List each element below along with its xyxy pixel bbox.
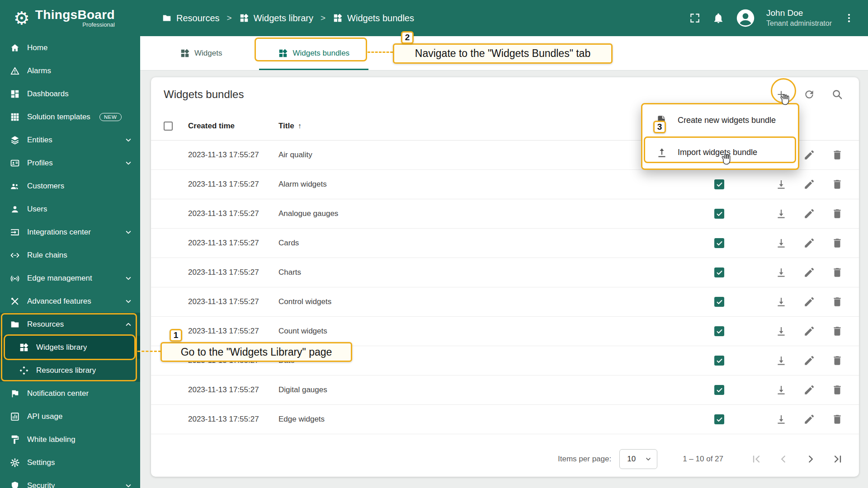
export-bundle-button[interactable] bbox=[775, 178, 788, 191]
bundle-checkbox[interactable] bbox=[714, 385, 724, 395]
items-per-page-label: Items per page: bbox=[558, 455, 611, 464]
edit-bundle-button[interactable] bbox=[803, 413, 816, 426]
table-row[interactable]: 2023-11-13 17:55:27 Cards bbox=[151, 229, 859, 258]
select-all-checkbox[interactable] bbox=[164, 122, 173, 131]
sidebar-item-security[interactable]: Security bbox=[0, 474, 140, 488]
sidebar-item-integrations-center[interactable]: Integrations center bbox=[0, 221, 140, 244]
sidebar-item-api-usage[interactable]: API usage bbox=[0, 405, 140, 428]
edit-bundle-button[interactable] bbox=[803, 237, 816, 249]
delete-bundle-button[interactable] bbox=[831, 325, 844, 338]
delete-bundle-button[interactable] bbox=[831, 266, 844, 279]
sidebar-item-dashboards[interactable]: Dashboards bbox=[0, 82, 140, 105]
page-title: Widgets bundles bbox=[164, 88, 244, 101]
notifications-bell-button[interactable] bbox=[712, 12, 725, 24]
sidebar-item-profiles[interactable]: Profiles bbox=[0, 151, 140, 174]
export-bundle-button[interactable] bbox=[775, 384, 788, 396]
breadcrumb-widgets-library[interactable]: Widgets library bbox=[239, 13, 313, 23]
grid-icon bbox=[10, 112, 20, 122]
edit-bundle-button[interactable] bbox=[803, 207, 816, 220]
first-page-button[interactable] bbox=[749, 451, 764, 467]
chevron-down-icon bbox=[124, 159, 133, 168]
breadcrumb-resources[interactable]: Resources bbox=[162, 13, 220, 23]
sidebar-item-resources-library[interactable]: Resources library bbox=[0, 359, 140, 382]
sidebar-item-widgets-library[interactable]: Widgets library bbox=[0, 336, 140, 359]
sidebar-item-home[interactable]: Home bbox=[0, 36, 140, 59]
export-bundle-button[interactable] bbox=[775, 266, 788, 279]
refresh-button[interactable] bbox=[803, 88, 816, 101]
sidebar-item-resources[interactable]: Resources bbox=[0, 313, 140, 336]
delete-bundle-button[interactable] bbox=[831, 207, 844, 220]
table-row[interactable]: 2023-11-13 17:55:27 Analogue gauges bbox=[151, 199, 859, 229]
bundle-checkbox[interactable] bbox=[714, 356, 724, 366]
edit-bundle-button[interactable] bbox=[803, 266, 816, 279]
edit-bundle-button[interactable] bbox=[803, 354, 816, 367]
table-row[interactable]: 2023-11-13 17:55:27 Control widgets bbox=[151, 287, 859, 317]
chart-icon bbox=[10, 412, 20, 422]
sidebar-item-users[interactable]: Users bbox=[0, 197, 140, 221]
widgets-icon bbox=[239, 13, 249, 23]
bundle-checkbox[interactable] bbox=[714, 209, 724, 219]
edit-bundle-button[interactable] bbox=[803, 178, 816, 191]
edit-bundle-button[interactable] bbox=[803, 296, 816, 308]
sidebar-item-white-labeling[interactable]: White labeling bbox=[0, 428, 140, 451]
delete-bundle-button[interactable] bbox=[831, 354, 844, 367]
bundle-checkbox[interactable] bbox=[714, 326, 724, 336]
search-button[interactable] bbox=[831, 88, 844, 101]
export-bundle-button[interactable] bbox=[775, 296, 788, 308]
table-row[interactable]: 2023-11-13 17:55:27 Charts bbox=[151, 258, 859, 287]
next-page-button[interactable] bbox=[803, 451, 818, 467]
table-row[interactable]: 2023-11-13 17:55:27 Edge widgets bbox=[151, 405, 859, 434]
edit-bundle-button[interactable] bbox=[803, 149, 816, 161]
edit-bundle-button[interactable] bbox=[803, 384, 816, 396]
sidebar-item-advanced-features[interactable]: Advanced features bbox=[0, 290, 140, 313]
menu-item-import-bundle[interactable]: Import widgets bundle bbox=[642, 136, 798, 169]
export-bundle-button[interactable] bbox=[775, 354, 788, 367]
bundle-checkbox[interactable] bbox=[714, 238, 724, 248]
export-bundle-button[interactable] bbox=[775, 207, 788, 220]
kebab-menu-button[interactable] bbox=[843, 12, 855, 24]
cell-created: 2023-11-13 17:55:27 bbox=[188, 268, 278, 277]
bundle-checkbox[interactable] bbox=[714, 414, 724, 424]
delete-bundle-button[interactable] bbox=[831, 237, 844, 249]
export-bundle-button[interactable] bbox=[775, 237, 788, 249]
bundle-checkbox[interactable] bbox=[714, 179, 724, 189]
annotation-step2-box: Navigate to the "Widgets Bundles" tab bbox=[393, 43, 613, 64]
bundle-checkbox[interactable] bbox=[714, 267, 724, 277]
sidebar-item-entities[interactable]: Entities bbox=[0, 128, 140, 151]
export-bundle-button[interactable] bbox=[775, 413, 788, 426]
cell-created: 2023-11-13 17:55:27 bbox=[188, 297, 278, 306]
items-per-page-select[interactable]: 10 bbox=[619, 449, 657, 469]
sidebar-item-notification-center[interactable]: Notification center bbox=[0, 382, 140, 405]
previous-page-button[interactable] bbox=[776, 451, 791, 467]
export-bundle-button[interactable] bbox=[775, 325, 788, 338]
sidebar-item-customers[interactable]: Customers bbox=[0, 174, 140, 197]
delete-bundle-button[interactable] bbox=[831, 413, 844, 426]
breadcrumb-widgets-bundles[interactable]: Widgets bundles bbox=[333, 13, 414, 23]
sidebar-item-solution-templates[interactable]: Solution templates NEW bbox=[0, 105, 140, 128]
bundle-checkbox[interactable] bbox=[714, 297, 724, 307]
menu-item-create-bundle[interactable]: Create new widgets bundle bbox=[642, 104, 798, 136]
sidebar-item-edge-management[interactable]: Edge management bbox=[0, 267, 140, 290]
delete-bundle-button[interactable] bbox=[831, 149, 844, 161]
user-menu[interactable]: John Doe Tenant administrator bbox=[766, 8, 832, 28]
delete-bundle-button[interactable] bbox=[831, 296, 844, 308]
sidebar-item-rule-chains[interactable]: Rule chains bbox=[0, 244, 140, 267]
table-row[interactable]: 2023-11-13 17:55:27 Digital gauges bbox=[151, 375, 859, 405]
sidebar-item-label: Notification center bbox=[27, 389, 89, 398]
sidebar-item-label: Rule chains bbox=[27, 251, 67, 260]
edit-bundle-button[interactable] bbox=[803, 325, 816, 338]
tab-widgets-bundles[interactable]: Widgets bundles bbox=[259, 36, 368, 70]
user-avatar[interactable] bbox=[736, 8, 755, 28]
delete-bundle-button[interactable] bbox=[831, 384, 844, 396]
sidebar-item-alarms[interactable]: Alarms bbox=[0, 59, 140, 82]
table-row[interactable]: 2023-11-13 17:55:27 Alarm widgets bbox=[151, 170, 859, 199]
last-page-button[interactable] bbox=[830, 451, 845, 467]
delete-bundle-button[interactable] bbox=[831, 178, 844, 191]
sidebar-item-settings[interactable]: Settings bbox=[0, 451, 140, 474]
app-logo[interactable]: ⚙ ThingsBoard Professional bbox=[0, 8, 140, 28]
tab-widgets[interactable]: Widgets bbox=[169, 36, 233, 70]
fullscreen-button[interactable] bbox=[689, 12, 701, 24]
add-bundle-button[interactable] bbox=[775, 88, 788, 101]
sidebar-item-label: Profiles bbox=[27, 159, 53, 168]
column-created-time[interactable]: Created time bbox=[188, 122, 278, 131]
